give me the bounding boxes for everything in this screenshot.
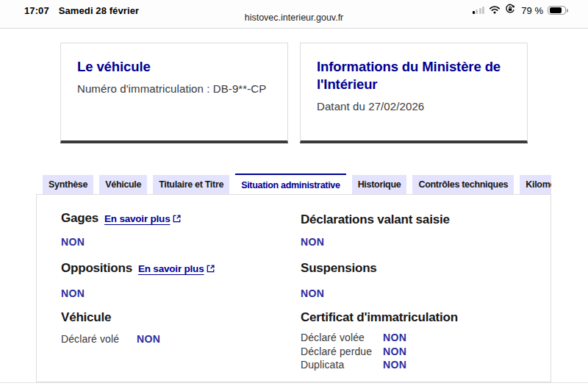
gages-section-title: GagesEn savoir plus [61, 211, 181, 226]
tab-situation-administrative[interactable]: Situation administrative [235, 174, 346, 194]
vehicule-section-title: Véhicule [61, 310, 111, 325]
declare-vole-label: Déclaré volé [61, 334, 137, 345]
gages-value: NON [61, 236, 85, 248]
wifi-icon [489, 4, 501, 17]
declare-perdue-label: Déclaré perdue [301, 346, 383, 357]
cellular-signal-icon [473, 7, 485, 14]
table-row: Déclaré perdue NON [301, 346, 406, 357]
certificat-rows: Déclaré volée NON Déclaré perdue NON Dup… [301, 332, 406, 374]
tab-vehicule[interactable]: Véhicule [99, 175, 147, 194]
table-row: Déclaré volé NON [61, 334, 160, 345]
status-bar: 17:07Samedi 28 février histovec.interieu… [0, 0, 588, 29]
oppositions-en-savoir-plus-link[interactable]: En savoir plus [138, 263, 215, 274]
declare-volee-label: Déclaré volée [301, 332, 383, 343]
declare-vole-value: NON [137, 334, 160, 345]
ministry-info-card: Informations du Ministère de l'Intérieur… [300, 43, 528, 143]
ministry-card-title: Informations du Ministère de l'Intérieur [317, 58, 511, 93]
external-link-icon [173, 214, 181, 225]
duplicata-label: Duplicata [301, 360, 383, 371]
situation-administrative-panel: GagesEn savoir plus NON Déclarations val… [36, 194, 551, 382]
orientation-lock-icon [505, 4, 515, 17]
battery-icon [548, 6, 566, 15]
battery-percent: 79 % [521, 5, 543, 16]
tab-titulaire-et-titre[interactable]: Titulaire et Titre [153, 175, 229, 194]
suspensions-value: NON [301, 287, 324, 299]
vehicle-card-title: Le véhicule [77, 58, 271, 76]
declare-perdue-value: NON [383, 346, 406, 357]
declare-volee-value: NON [383, 332, 406, 343]
tab-synthese[interactable]: Synthèse [43, 175, 93, 194]
external-link-icon [207, 264, 215, 275]
tab-historique[interactable]: Historique [352, 175, 407, 194]
vehicule-rows: Déclaré volé NON [61, 334, 160, 348]
oppositions-section-title: OppositionsEn savoir plus [61, 261, 215, 276]
ipad-safari-screen: 17:07Samedi 28 février histovec.interieu… [0, 0, 588, 386]
tab-controles-techniques[interactable]: Contrôles techniques [412, 175, 514, 194]
status-icons: 79 % [473, 5, 566, 15]
declarations-valant-saisie-title: Déclarations valant saisie [301, 212, 450, 227]
oppositions-title: Oppositions [61, 261, 132, 275]
vehicle-card: Le véhicule Numéro d'immatriculation : D… [60, 43, 288, 143]
declarations-valant-saisie-value: NON [301, 236, 324, 248]
page-bottom-divider [0, 382, 588, 383]
oppositions-value: NON [61, 287, 85, 299]
data-date: Datant du 27/02/2026 [317, 100, 511, 112]
suspensions-title: Suspensions [301, 261, 377, 276]
tab-kilometrage[interactable]: Kilométrage [520, 175, 551, 194]
gages-title: Gages [61, 211, 98, 225]
tab-bar: Synthèse Véhicule Titulaire et Titre Sit… [36, 174, 551, 194]
table-row: Déclaré volée NON [301, 332, 406, 343]
certificat-immatriculation-title: Certificat d'immatriculation [301, 310, 458, 325]
duplicata-value: NON [383, 360, 406, 371]
gages-en-savoir-plus-link[interactable]: En savoir plus [104, 213, 181, 224]
table-row: Duplicata NON [301, 360, 406, 371]
registration-number: Numéro d'immatriculation : DB-9**-CP [77, 82, 271, 95]
